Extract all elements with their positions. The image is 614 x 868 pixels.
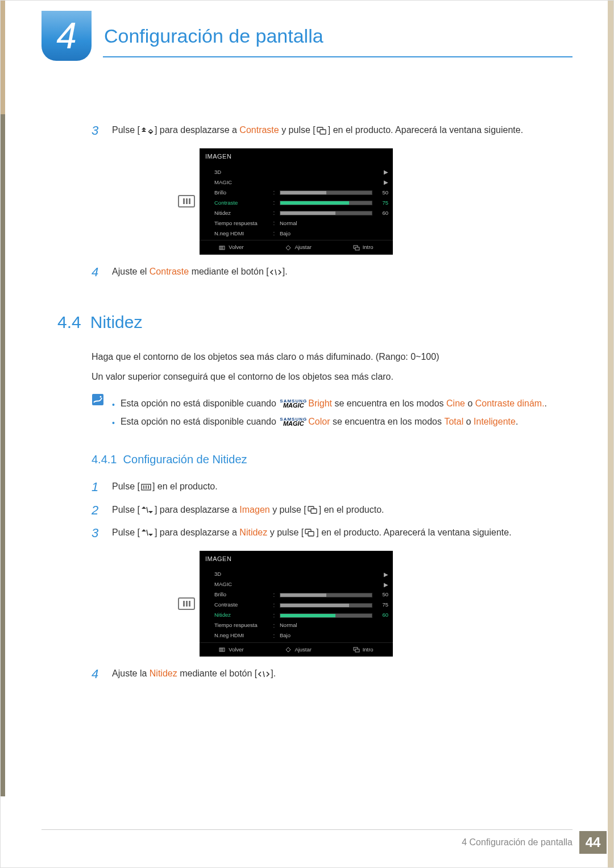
subsection-heading: 4.4.1 Configuración de Nitidez [92, 451, 572, 468]
bullet-icon: • [112, 399, 115, 412]
osd-value: 60 [280, 209, 388, 218]
note-item: • Esta opción no está disponible cuando … [112, 415, 572, 430]
osd-value: 75 [280, 199, 388, 207]
osd-row-label: Nitidez [214, 611, 268, 620]
page-content: 3 Pulse [] para desplazarse a Contraste … [1, 61, 613, 756]
highlight-text: Imagen [239, 505, 269, 514]
osd-row-label: Nitidez [214, 209, 268, 218]
left-right-icon [258, 671, 269, 678]
osd-value-number: 75 [376, 199, 388, 207]
text: ] para desplazarse a [155, 505, 239, 514]
svg-rect-7 [355, 247, 359, 250]
note-text: Esta opción no está disponible cuando SA… [121, 415, 518, 430]
note-block: • Esta opción no está disponible cuando … [92, 393, 572, 433]
osd-value-text: Bajo [280, 632, 388, 640]
text: ] en el producto. Aparecerá la ventana s… [316, 528, 511, 537]
progress-bar [280, 603, 372, 608]
osd-footer-enter: Intro [353, 646, 374, 654]
progress-bar-fill [280, 201, 349, 205]
text: ] en el producto. [152, 481, 218, 491]
svg-line-8 [275, 269, 276, 275]
step-number: 1 [92, 477, 104, 497]
osd-row: 3D▶ [214, 570, 388, 580]
osd-value: 60 [280, 611, 388, 620]
text: y pulse [ [279, 125, 316, 135]
left-right-icon [270, 269, 281, 276]
text: ] para desplazarse a [155, 125, 239, 135]
page-number-badge: 44 [579, 831, 607, 854]
footer-text: 4 Configuración de pantalla [462, 837, 572, 848]
text: Intro [363, 646, 374, 654]
osd-value: 50 [280, 189, 388, 197]
step-number: 3 [92, 121, 104, 140]
step-text: Pulse [] para desplazarse a Imagen y pul… [112, 501, 572, 520]
progress-bar [280, 593, 372, 597]
note-item: • Esta opción no está disponible cuando … [112, 397, 572, 412]
subsection-title: Configuración de Nitidez [123, 453, 247, 466]
highlight-text: Inteligente [474, 417, 516, 426]
samsung-magic-logo: SAMSUNGMAGIC [280, 399, 307, 409]
enter-icon [317, 127, 327, 135]
osd-row-label: N.neg HDMI [214, 230, 268, 238]
text: ] en el producto. Aparecerá la ventana s… [328, 125, 523, 135]
text: y pulse [ [267, 528, 304, 537]
osd-row: Brillo:50 [214, 590, 388, 600]
up-down-icon [141, 127, 154, 135]
progress-bar [280, 211, 372, 215]
osd-value-text: Normal [280, 219, 388, 228]
osd-row: N.neg HDMI:Bajo [214, 631, 388, 641]
text: ]. [271, 668, 276, 678]
step-text: Ajuste el Contraste mediante el botón []… [112, 263, 572, 282]
osd-footer-adjust: Ajustar [285, 646, 312, 654]
step-3: 3 Pulse [] para desplazarse a Nitidez y … [92, 524, 572, 543]
text: se encuentra en los modos [330, 417, 444, 426]
svg-point-10 [100, 396, 102, 398]
header-rule [103, 56, 572, 57]
step-number: 2 [92, 501, 104, 520]
text: Esta opción no está disponible cuando [121, 398, 279, 408]
progress-bar [280, 613, 372, 618]
separator: : [272, 188, 276, 197]
text: Esta opción no está disponible cuando [121, 417, 279, 426]
osd-row: Tiempo respuesta:Normal [214, 218, 388, 229]
osd-row: Nitidez:60 [214, 208, 388, 218]
paragraph: Un valor superior conseguirá que el cont… [92, 370, 572, 384]
highlight-text: Contraste [239, 125, 279, 135]
osd-row: 3D▶ [214, 167, 388, 177]
step-3-top: 3 Pulse [] para desplazarse a Contraste … [92, 121, 572, 140]
progress-bar [280, 190, 372, 195]
osd-row-label: N.neg HDMI [214, 632, 268, 640]
menu-icon [141, 484, 151, 491]
svg-line-18 [147, 530, 148, 535]
progress-bar-fill [280, 604, 349, 607]
step-4-top: 4 Ajuste el Contraste mediante el botón … [92, 263, 572, 282]
osd-value-number: 50 [376, 591, 388, 599]
decor-stripe-right [608, 1, 613, 867]
osd-value-number: 75 [376, 601, 388, 609]
enter-icon [353, 647, 360, 653]
section-title: Nitidez [90, 309, 143, 336]
menu-button-icon [178, 195, 195, 207]
text: Ajuste la [112, 668, 150, 678]
chapter-number-badge: 4 [42, 11, 92, 61]
progress-bar-fill [280, 211, 335, 215]
step-text: Pulse [] en el producto. [112, 477, 572, 497]
chevron-right-icon: ▶ [384, 570, 388, 579]
chapter-title: Configuración de pantalla [104, 25, 323, 47]
text: Pulse [ [112, 125, 140, 135]
bullet-icon: • [112, 417, 115, 430]
text: Pulse [ [112, 528, 140, 537]
text: Intro [363, 243, 374, 252]
step-text: Ajuste la Nitidez mediante el botón []. [112, 665, 572, 684]
osd-row-label: Brillo [214, 189, 268, 197]
highlight-text: Color [308, 417, 330, 426]
osd-value: 75 [280, 601, 388, 609]
back-icon [219, 647, 226, 653]
separator: : [272, 611, 276, 620]
text: Ajustar [294, 646, 312, 654]
text: y pulse [ [270, 505, 306, 514]
highlight-text: Cine [446, 398, 465, 408]
osd-row-label: Brillo [214, 591, 268, 599]
section-number: 4.4 [57, 309, 81, 336]
highlight-text: Contraste dinám. [475, 398, 545, 408]
